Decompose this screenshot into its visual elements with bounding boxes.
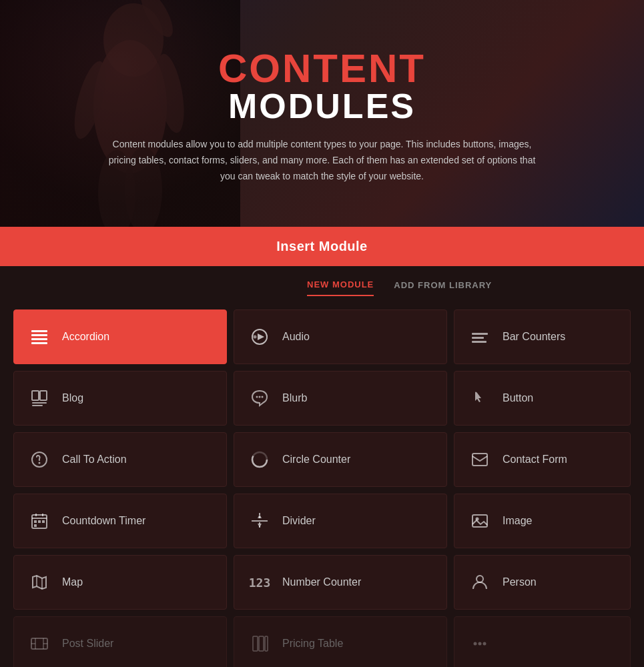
pricing-table-label: Pricing Table	[282, 638, 343, 650]
image-label: Image	[503, 515, 532, 527]
module-item-blog[interactable]: Blog	[13, 371, 227, 426]
person-label: Person	[503, 576, 537, 588]
blurb-label: Blurb	[282, 392, 307, 404]
circle-counter-icon	[248, 448, 272, 472]
module-item-person[interactable]: Person	[454, 555, 631, 610]
hero-title-red: CONTENT	[105, 49, 539, 89]
countdown-timer-label: Countdown Timer	[62, 515, 145, 527]
svg-rect-22	[32, 405, 43, 406]
modules-grid: Accordion Audio Bar Counters	[0, 296, 644, 667]
module-item-pricing-table[interactable]: Pricing Table	[234, 616, 447, 667]
contact-form-label: Contact Form	[503, 454, 567, 466]
svg-rect-56	[265, 636, 268, 651]
svg-point-59	[483, 642, 487, 646]
blog-label: Blog	[62, 392, 83, 404]
module-item-image[interactable]: Image	[454, 494, 631, 548]
svg-rect-20	[40, 391, 47, 400]
module-item-accordion[interactable]: Accordion	[13, 309, 227, 364]
svg-rect-12	[31, 342, 47, 344]
svg-point-23	[256, 396, 258, 398]
svg-marker-42	[258, 514, 262, 518]
module-item-call-to-action[interactable]: Call To Action	[13, 432, 227, 487]
svg-rect-54	[253, 636, 258, 651]
module-item-audio[interactable]: Audio	[234, 309, 447, 364]
accordion-icon	[27, 325, 51, 349]
module-item-post-slider[interactable]: Post Slider	[13, 616, 227, 667]
module-item-number-counter[interactable]: 123 Number Counter	[234, 555, 447, 610]
audio-icon	[248, 325, 272, 349]
divider-icon	[248, 509, 272, 533]
svg-point-58	[478, 642, 482, 646]
svg-rect-21	[32, 402, 47, 404]
blog-icon	[27, 386, 51, 410]
hero-content: CONTENT MODULES Content modules allow yo…	[105, 49, 539, 184]
svg-point-27	[39, 462, 41, 464]
call-to-action-label: Call To Action	[62, 454, 127, 466]
svg-point-29	[252, 452, 267, 467]
module-item-map[interactable]: Map	[13, 555, 227, 610]
insert-banner: Insert Module	[0, 227, 644, 266]
svg-point-15	[254, 336, 257, 339]
circle-counter-label: Circle Counter	[282, 454, 350, 466]
call-to-action-icon	[27, 448, 51, 472]
module-item-button[interactable]: Button	[454, 371, 631, 426]
svg-rect-11	[31, 338, 47, 340]
module-panel: NEW MODULE ADD FROM LIBRARY Accordion	[0, 266, 644, 667]
map-label: Map	[62, 576, 83, 588]
svg-point-57	[474, 642, 477, 646]
svg-rect-36	[38, 520, 41, 523]
svg-rect-30	[472, 454, 487, 466]
post-slider-label: Post Slider	[62, 638, 113, 650]
svg-rect-19	[32, 391, 39, 400]
number-counter-icon: 123	[248, 570, 272, 594]
more-icon	[468, 632, 492, 656]
map-icon	[27, 570, 51, 594]
contact-form-icon	[468, 448, 492, 472]
accordion-label: Accordion	[62, 331, 109, 343]
svg-point-25	[262, 396, 264, 398]
hero-section: CONTENT MODULES Content modules allow yo…	[0, 0, 644, 227]
bar-counters-icon	[468, 325, 492, 349]
svg-rect-16	[472, 333, 488, 335]
svg-rect-38	[34, 524, 37, 527]
countdown-timer-icon	[27, 509, 51, 533]
pricing-table-icon	[248, 632, 272, 656]
tab-add-from-library[interactable]: ADD FROM LIBRARY	[394, 280, 492, 295]
module-item-bar-counters[interactable]: Bar Counters	[454, 309, 631, 364]
svg-rect-18	[472, 341, 487, 343]
hero-description: Content modules allow you to add multipl…	[105, 137, 539, 184]
module-item-contact-form[interactable]: Contact Form	[454, 432, 631, 487]
svg-point-48	[476, 576, 483, 582]
svg-rect-17	[472, 337, 484, 339]
audio-label: Audio	[282, 331, 310, 343]
bar-counters-label: Bar Counters	[503, 331, 565, 343]
svg-rect-37	[42, 520, 45, 523]
number-counter-label: Number Counter	[282, 576, 361, 588]
module-item-more[interactable]	[454, 616, 631, 667]
svg-rect-35	[34, 520, 37, 523]
blurb-icon	[248, 386, 272, 410]
post-slider-icon	[27, 632, 51, 656]
tab-new-module[interactable]: NEW MODULE	[307, 279, 374, 296]
button-label: Button	[503, 392, 533, 404]
svg-rect-44	[472, 515, 487, 527]
module-item-circle-counter[interactable]: Circle Counter	[234, 432, 447, 487]
module-item-divider[interactable]: Divider	[234, 494, 447, 548]
module-item-blurb[interactable]: Blurb	[234, 371, 447, 426]
svg-rect-9	[31, 330, 47, 332]
image-icon	[468, 509, 492, 533]
module-item-countdown-timer[interactable]: Countdown Timer	[13, 494, 227, 548]
hero-title-white: MODULES	[105, 89, 539, 123]
svg-marker-43	[258, 524, 262, 528]
divider-label: Divider	[282, 515, 316, 527]
svg-rect-55	[259, 636, 264, 651]
svg-point-24	[259, 396, 261, 398]
insert-banner-label: Insert Module	[276, 239, 368, 253]
person-icon	[468, 570, 492, 594]
module-tabs: NEW MODULE ADD FROM LIBRARY	[0, 266, 644, 296]
svg-marker-14	[258, 334, 264, 340]
svg-rect-10	[31, 334, 47, 336]
button-icon	[468, 386, 492, 410]
